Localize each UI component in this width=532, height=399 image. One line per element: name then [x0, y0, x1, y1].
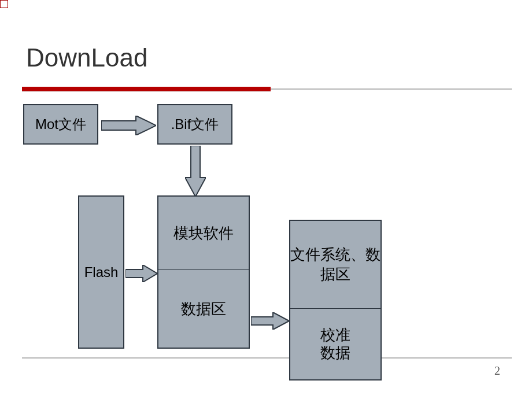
arrow-mot-to-bif: [101, 116, 156, 135]
title-rule-red: [22, 87, 271, 91]
page-title: DownLoad: [26, 43, 147, 72]
svg-marker-1: [185, 146, 206, 197]
arrow-bif-to-module: [185, 146, 206, 197]
box-flash: Flash: [78, 195, 124, 349]
page-number: 2: [494, 364, 500, 378]
box-data-area: 数据区: [157, 269, 250, 349]
box-mot: Mot文件: [23, 104, 98, 145]
svg-marker-2: [125, 265, 157, 282]
svg-marker-3: [251, 312, 289, 330]
bottom-rule: [22, 357, 512, 359]
arrow-flash-to-stack: [125, 265, 157, 282]
svg-marker-0: [101, 116, 156, 135]
box-bif: .Bif文件: [157, 104, 232, 145]
box-module-software: 模块软件: [157, 195, 250, 271]
box-file-system-data: 文件系统、数据区: [289, 220, 382, 309]
arrow-data-to-calib: [251, 312, 289, 330]
title-rule-grey: [271, 88, 512, 90]
box-calibration-data: 校准 数据: [289, 308, 382, 380]
slide-corner-handle: [0, 0, 8, 8]
